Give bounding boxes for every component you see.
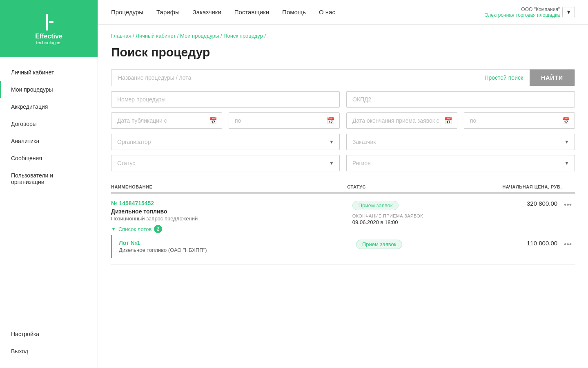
organizer-select[interactable]: Организатор [111, 134, 340, 150]
logo-icon: |- [45, 12, 53, 29]
region-select-wrapper: Регион ▼ [346, 155, 575, 171]
main-content: Процедуры Тарифы Заказчики Поставщики По… [98, 0, 588, 368]
sidebar-item-messages[interactable]: Сообщения [0, 150, 98, 167]
sidebar-item-analytics[interactable]: Аналитика [0, 132, 98, 150]
proc-okpd-row [111, 91, 575, 108]
cell-status: Прием заявок ОКОНЧАНИЕ ПРИЕМА ЗАЯВОК 09.… [352, 200, 462, 225]
col-status-header: СТАТУС [347, 184, 454, 189]
dates-row: 📅 📅 📅 📅 [111, 112, 575, 129]
lot-more-options-button[interactable]: ••• [564, 240, 572, 249]
date-pub-from-field: 📅 [111, 112, 222, 129]
sidebar-item-label: Пользователи и организации [11, 172, 88, 185]
page-content: Главная / Личный кабинет / Мои процедуры… [98, 25, 588, 368]
topnav-user: ООО "Компания" Электронная торговая площ… [485, 7, 575, 18]
lot-number-link[interactable]: Лот №1 [119, 240, 140, 246]
sidebar-item-cabinet[interactable]: Личный кабинет [0, 64, 98, 81]
lot-price-value: 110 800.00 [527, 240, 557, 247]
organizer-select-wrapper: Организатор ▼ [111, 134, 340, 150]
search-find-button[interactable]: НАЙТИ [530, 70, 575, 86]
cell-price: 320 800.00 ••• [462, 200, 575, 209]
topnav-user-etp[interactable]: Электронная торговая площадка [485, 12, 560, 18]
region-select[interactable]: Регион [346, 155, 575, 171]
search-main-input[interactable] [111, 70, 478, 86]
more-options-button[interactable]: ••• [564, 200, 572, 209]
topnav-link-procedures[interactable]: Процедуры [111, 9, 143, 16]
topnav-link-suppliers[interactable]: Поставщики [234, 9, 269, 16]
sidebar: |- Effective technologies Личный кабинет… [0, 0, 98, 368]
lot-row: Лот №1 Дизельное топливо (ОАО "НБХПП") П… [111, 235, 575, 258]
proc-number-input[interactable] [111, 91, 340, 108]
deadline-value: 09.06.2020 в 18:00 [352, 219, 462, 225]
breadcrumb: Главная / Личный кабинет / Мои процедуры… [111, 33, 575, 39]
status-select[interactable]: Статус [111, 155, 340, 171]
sidebar-logo: |- Effective technologies [0, 0, 98, 57]
logo-text-effective: Effective [35, 33, 62, 40]
search-form: Простой поиск НАЙТИ 📅 [111, 69, 575, 171]
topnav: Процедуры Тарифы Заказчики Поставщики По… [98, 0, 588, 25]
status-badge: Прием заявок [352, 201, 399, 210]
lot-cell-status: Прием заявок [356, 240, 464, 249]
lots-label[interactable]: Список лотов [118, 226, 152, 232]
lot-cell-name: Лот №1 Дизельное топливо (ОАО "НБХПП") [119, 240, 356, 253]
date-end-from-input[interactable] [346, 112, 457, 129]
sidebar-item-settings[interactable]: Настройка [0, 325, 98, 343]
search-main-row: Простой поиск НАЙТИ [111, 69, 575, 86]
sidebar-item-accreditation[interactable]: Аккредитация [0, 98, 98, 115]
lots-count-badge: 2 [154, 225, 162, 233]
date-pub-to-input[interactable] [229, 112, 340, 129]
breadcrumb-sep: / [177, 33, 180, 39]
okpd-field [346, 91, 575, 108]
table-row-main: № 14584715452 Дизельное топливо Позицион… [111, 200, 575, 233]
topnav-link-tariffs[interactable]: Тарифы [156, 9, 180, 16]
lot-name: Дизельное топливо (ОАО "НБХПП") [119, 247, 356, 253]
price-value: 320 800.00 [527, 200, 557, 207]
sidebar-item-procedures[interactable]: Мои процедуры [0, 81, 98, 98]
breadcrumb-my-procedures[interactable]: Мои процедуры [180, 33, 219, 39]
topnav-links: Процедуры Тарифы Заказчики Поставщики По… [111, 9, 335, 16]
topnav-link-customers[interactable]: Заказчики [193, 9, 221, 16]
lot-status-badge: Прием заявок [356, 240, 403, 249]
customer-select-wrapper: Заказчик ▼ [346, 134, 575, 150]
topnav-link-about[interactable]: О нас [319, 9, 335, 16]
chevron-down-icon: ▼ [111, 226, 116, 232]
sidebar-item-label: Выход [11, 348, 28, 355]
breadcrumb-search[interactable]: Поиск процедур [223, 33, 263, 39]
proc-name: Дизельное топливо [111, 208, 352, 215]
sidebar-item-label: Мои процедуры [11, 86, 53, 93]
sidebar-item-label: Договоры [11, 121, 37, 127]
breadcrumb-cabinet[interactable]: Личный кабинет [136, 33, 176, 39]
breadcrumb-home[interactable]: Главная [111, 33, 131, 39]
sidebar-nav: Личный кабинет Мои процедуры Аккредитаци… [0, 57, 98, 325]
lot-cell-price: 110 800.00 ••• [464, 240, 575, 249]
okpd-input[interactable] [346, 91, 575, 108]
sidebar-item-label: Сообщения [11, 155, 42, 162]
simple-search-link[interactable]: Простой поиск [478, 70, 530, 86]
page-title: Поиск процедур [111, 45, 575, 59]
sidebar-item-logout[interactable]: Выход [0, 343, 98, 360]
status-region-row: Статус ▼ Регион ▼ [111, 155, 575, 171]
proc-type: Позиционный запрос предложений [111, 215, 352, 222]
cell-name: № 14584715452 Дизельное топливо Позицион… [111, 200, 352, 233]
user-dropdown-button[interactable]: ▼ [562, 7, 575, 17]
sidebar-item-contracts[interactable]: Договоры [0, 115, 98, 132]
logo-text-tech: technologies [36, 40, 62, 45]
sidebar-item-label: Аккредитация [11, 103, 48, 110]
org-customer-row: Организатор ▼ Заказчик ▼ [111, 134, 575, 150]
date-end-from-field: 📅 [346, 112, 457, 129]
topnav-user-info: ООО "Компания" Электронная торговая площ… [485, 7, 560, 18]
results-table: НАИМЕНОВАНИЕ СТАТУС НАЧАЛЬНАЯ ЦЕНА, РУБ.… [111, 184, 575, 265]
col-price-header: НАЧАЛЬНАЯ ЦЕНА, РУБ. [454, 184, 575, 189]
sidebar-item-label: Аналитика [11, 138, 39, 144]
date-end-to-input[interactable] [464, 112, 575, 129]
topnav-link-help[interactable]: Помощь [282, 9, 306, 16]
date-pub-from-input[interactable] [111, 112, 222, 129]
lots-toggle[interactable]: ▼ Список лотов 2 [111, 225, 352, 233]
proc-number-link[interactable]: № 14584715452 [111, 200, 352, 206]
sidebar-bottom: Настройка Выход [0, 325, 98, 368]
col-name-header: НАИМЕНОВАНИЕ [111, 184, 347, 189]
table-header: НАИМЕНОВАНИЕ СТАТУС НАЧАЛЬНАЯ ЦЕНА, РУБ. [111, 184, 575, 193]
proc-number-field [111, 91, 340, 108]
date-pub-to-field: 📅 [229, 112, 340, 129]
customer-select[interactable]: Заказчик [346, 134, 575, 150]
sidebar-item-users[interactable]: Пользователи и организации [0, 167, 98, 191]
